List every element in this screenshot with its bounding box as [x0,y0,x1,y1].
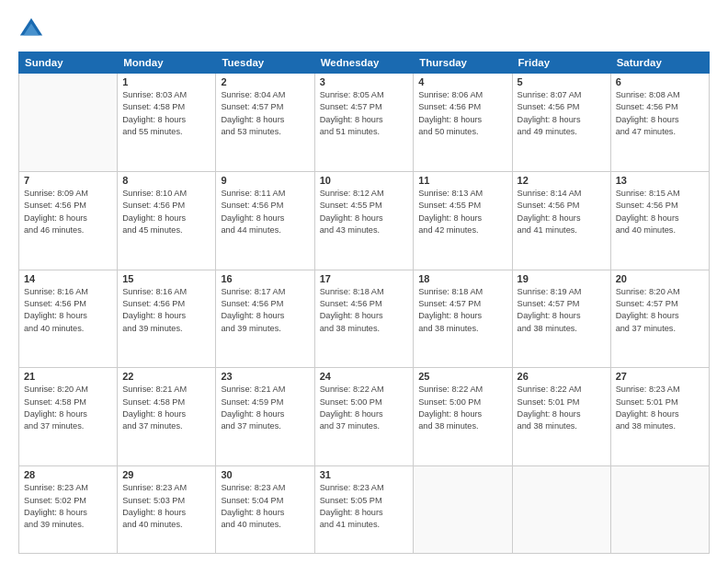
calendar-cell: 16Sunrise: 8:17 AM Sunset: 4:56 PM Dayli… [216,270,314,368]
day-info: Sunrise: 8:23 AM Sunset: 5:02 PM Dayligh… [24,482,112,531]
day-info: Sunrise: 8:06 AM Sunset: 4:56 PM Dayligh… [418,89,506,138]
calendar-cell: 10Sunrise: 8:12 AM Sunset: 4:55 PM Dayli… [314,171,414,270]
calendar-header-sunday: Sunday [19,52,118,74]
day-info: Sunrise: 8:23 AM Sunset: 5:03 PM Dayligh… [122,482,210,531]
calendar-cell: 9Sunrise: 8:11 AM Sunset: 4:56 PM Daylig… [216,171,314,270]
day-number: 7 [24,175,112,186]
calendar-header-thursday: Thursday [414,52,512,74]
day-info: Sunrise: 8:08 AM Sunset: 4:56 PM Dayligh… [616,89,704,138]
day-info: Sunrise: 8:12 AM Sunset: 4:55 PM Dayligh… [320,188,409,236]
calendar-cell: 12Sunrise: 8:14 AM Sunset: 4:56 PM Dayli… [512,171,610,270]
day-info: Sunrise: 8:04 AM Sunset: 4:57 PM Dayligh… [221,89,309,138]
day-info: Sunrise: 8:16 AM Sunset: 4:56 PM Dayligh… [122,286,210,335]
calendar-header-tuesday: Tuesday [216,52,314,74]
day-number: 10 [320,175,409,186]
calendar-week-row: 7Sunrise: 8:09 AM Sunset: 4:56 PM Daylig… [19,171,710,270]
day-number: 25 [418,371,506,382]
calendar-table: SundayMondayTuesdayWednesdayThursdayFrid… [18,52,710,554]
day-number: 27 [616,371,704,382]
calendar-week-row: 14Sunrise: 8:16 AM Sunset: 4:56 PM Dayli… [19,270,710,368]
calendar-cell: 21Sunrise: 8:20 AM Sunset: 4:58 PM Dayli… [19,368,118,466]
day-number: 22 [122,371,210,382]
day-number: 11 [418,175,506,186]
calendar-cell: 31Sunrise: 8:23 AM Sunset: 5:05 PM Dayli… [314,466,414,554]
day-number: 2 [221,76,309,87]
day-number: 4 [418,76,506,87]
day-info: Sunrise: 8:17 AM Sunset: 4:56 PM Dayligh… [221,286,309,335]
day-info: Sunrise: 8:20 AM Sunset: 4:58 PM Dayligh… [24,384,112,432]
day-info: Sunrise: 8:23 AM Sunset: 5:01 PM Dayligh… [616,384,704,432]
calendar-cell: 27Sunrise: 8:23 AM Sunset: 5:01 PM Dayli… [610,368,709,466]
day-number: 19 [518,273,606,284]
calendar-cell: 25Sunrise: 8:22 AM Sunset: 5:00 PM Dayli… [414,368,512,466]
header [18,17,710,42]
day-info: Sunrise: 8:15 AM Sunset: 4:56 PM Dayligh… [616,188,704,236]
day-number: 31 [320,469,409,480]
day-number: 23 [221,371,309,382]
day-info: Sunrise: 8:03 AM Sunset: 4:58 PM Dayligh… [122,89,210,138]
day-number: 13 [616,175,704,186]
day-number: 14 [24,273,112,284]
day-info: Sunrise: 8:13 AM Sunset: 4:55 PM Dayligh… [418,188,506,236]
calendar-cell: 20Sunrise: 8:20 AM Sunset: 4:57 PM Dayli… [610,270,709,368]
calendar-cell: 29Sunrise: 8:23 AM Sunset: 5:03 PM Dayli… [118,466,216,554]
day-number: 16 [221,273,309,284]
calendar-cell: 5Sunrise: 8:07 AM Sunset: 4:56 PM Daylig… [512,74,610,172]
day-info: Sunrise: 8:09 AM Sunset: 4:56 PM Dayligh… [24,188,112,236]
calendar-cell: 28Sunrise: 8:23 AM Sunset: 5:02 PM Dayli… [19,466,118,554]
day-number: 8 [122,175,210,186]
calendar-cell: 30Sunrise: 8:23 AM Sunset: 5:04 PM Dayli… [216,466,314,554]
calendar-cell: 22Sunrise: 8:21 AM Sunset: 4:58 PM Dayli… [118,368,216,466]
calendar-cell: 26Sunrise: 8:22 AM Sunset: 5:01 PM Dayli… [512,368,610,466]
calendar-cell [610,466,709,554]
day-info: Sunrise: 8:18 AM Sunset: 4:57 PM Dayligh… [418,286,506,335]
calendar-header-friday: Friday [512,52,610,74]
calendar-cell: 18Sunrise: 8:18 AM Sunset: 4:57 PM Dayli… [414,270,512,368]
day-number: 26 [518,371,606,382]
day-number: 6 [616,76,704,87]
calendar-cell: 19Sunrise: 8:19 AM Sunset: 4:57 PM Dayli… [512,270,610,368]
calendar-cell: 17Sunrise: 8:18 AM Sunset: 4:56 PM Dayli… [314,270,414,368]
calendar-cell: 15Sunrise: 8:16 AM Sunset: 4:56 PM Dayli… [118,270,216,368]
day-number: 12 [518,175,606,186]
day-info: Sunrise: 8:22 AM Sunset: 5:01 PM Dayligh… [518,384,606,432]
day-info: Sunrise: 8:23 AM Sunset: 5:04 PM Dayligh… [221,482,309,531]
calendar-cell: 8Sunrise: 8:10 AM Sunset: 4:56 PM Daylig… [118,171,216,270]
calendar-week-row: 21Sunrise: 8:20 AM Sunset: 4:58 PM Dayli… [19,368,710,466]
day-info: Sunrise: 8:19 AM Sunset: 4:57 PM Dayligh… [518,286,606,335]
calendar-header-row: SundayMondayTuesdayWednesdayThursdayFrid… [19,52,710,74]
day-number: 1 [122,76,210,87]
day-info: Sunrise: 8:18 AM Sunset: 4:56 PM Dayligh… [320,286,409,335]
day-number: 17 [320,273,409,284]
logo [18,17,50,42]
calendar-cell: 14Sunrise: 8:16 AM Sunset: 4:56 PM Dayli… [19,270,118,368]
day-number: 28 [24,469,112,480]
calendar-cell: 11Sunrise: 8:13 AM Sunset: 4:55 PM Dayli… [414,171,512,270]
calendar-cell [19,74,118,172]
day-info: Sunrise: 8:10 AM Sunset: 4:56 PM Dayligh… [122,188,210,236]
calendar-cell: 6Sunrise: 8:08 AM Sunset: 4:56 PM Daylig… [610,74,709,172]
day-number: 9 [221,175,309,186]
logo-icon [18,17,44,42]
calendar-cell: 2Sunrise: 8:04 AM Sunset: 4:57 PM Daylig… [216,74,314,172]
calendar-cell: 7Sunrise: 8:09 AM Sunset: 4:56 PM Daylig… [19,171,118,270]
day-number: 29 [122,469,210,480]
calendar-cell: 1Sunrise: 8:03 AM Sunset: 4:58 PM Daylig… [118,74,216,172]
calendar-header-wednesday: Wednesday [314,52,414,74]
calendar-header-monday: Monday [118,52,216,74]
day-info: Sunrise: 8:22 AM Sunset: 5:00 PM Dayligh… [418,384,506,432]
day-info: Sunrise: 8:22 AM Sunset: 5:00 PM Dayligh… [320,384,409,432]
day-info: Sunrise: 8:16 AM Sunset: 4:56 PM Dayligh… [24,286,112,335]
day-info: Sunrise: 8:21 AM Sunset: 4:59 PM Dayligh… [221,384,309,432]
day-info: Sunrise: 8:07 AM Sunset: 4:56 PM Dayligh… [518,89,606,138]
day-info: Sunrise: 8:20 AM Sunset: 4:57 PM Dayligh… [616,286,704,335]
calendar-cell [512,466,610,554]
calendar-header-saturday: Saturday [610,52,709,74]
calendar-cell [414,466,512,554]
day-number: 18 [418,273,506,284]
calendar-cell: 3Sunrise: 8:05 AM Sunset: 4:57 PM Daylig… [314,74,414,172]
day-number: 5 [518,76,606,87]
calendar-week-row: 28Sunrise: 8:23 AM Sunset: 5:02 PM Dayli… [19,466,710,554]
calendar-cell: 23Sunrise: 8:21 AM Sunset: 4:59 PM Dayli… [216,368,314,466]
day-number: 30 [221,469,309,480]
